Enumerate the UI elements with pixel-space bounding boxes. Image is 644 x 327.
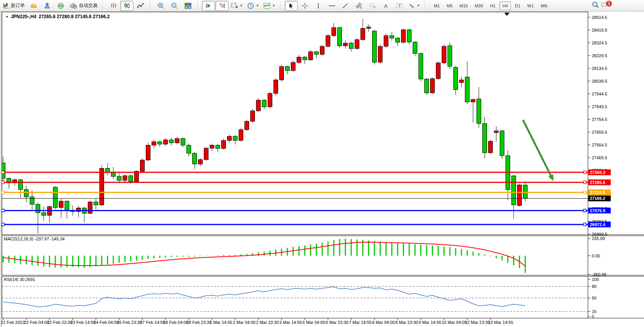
chart-collapse-icon[interactable]: ▼ [5, 15, 9, 19]
candle-body [465, 77, 470, 102]
candle-body [256, 100, 261, 111]
symbol-name: JPN225-,H4 [11, 14, 36, 19]
line-handle[interactable] [2, 181, 5, 184]
candle-body [164, 140, 168, 144]
price-tag-label: 27075.9 [590, 208, 605, 213]
time-tick-label: 26 Feb 23:30 [117, 320, 142, 325]
time-tick-label: 9 Mar 14:55 [419, 320, 441, 325]
time-tick-label: 24 Feb 04:00 [94, 320, 119, 325]
line-handle[interactable] [584, 223, 586, 226]
candle-body [384, 36, 388, 46]
rsi-line [3, 287, 525, 307]
time-tick-label: 27 Feb 14:55 [140, 320, 165, 325]
candle-body [53, 187, 58, 208]
candle-body [140, 160, 145, 171]
macd-signal-line [3, 242, 525, 266]
macd-indicator-label: MACD(12,26,9) -237.97 -145.34 [4, 237, 65, 241]
candle-body [280, 66, 284, 80]
time-tick-label: 6 Mar 04:00 [302, 320, 325, 325]
candle-body [187, 145, 191, 153]
candle-body [460, 80, 464, 83]
line-handle[interactable] [2, 223, 5, 226]
time-tick-label: 1 Mar 14:55 [210, 320, 232, 325]
candle-body [210, 145, 214, 148]
time-tick-label: 8 Mar 04:00 [372, 320, 395, 325]
price-tag-label: 27210.9 [590, 190, 605, 195]
candle-body [245, 121, 249, 130]
candle-body [436, 63, 441, 79]
price-tick-label: 27564.5 [592, 143, 607, 147]
candle-body [303, 57, 307, 60]
price-tag-label: 27285.6 [590, 180, 605, 185]
candle-body [355, 40, 359, 49]
candle-body [483, 123, 487, 153]
candle-body [332, 27, 336, 36]
time-tick-label: 7 Mar 14:55 [349, 320, 372, 325]
candle-body [413, 42, 417, 54]
candle-body [274, 80, 278, 94]
candle-body [158, 142, 162, 144]
candle-body [500, 131, 504, 156]
candle-body [314, 52, 319, 54]
candle-body [19, 180, 23, 189]
shift-marker-icon[interactable] [504, 13, 509, 16]
candle-body [390, 36, 394, 38]
candle-body [285, 66, 290, 70]
candle-body [193, 153, 197, 164]
candle-body [36, 204, 40, 213]
time-tick-label: 28 Feb 23:30 [186, 320, 212, 325]
time-tick-label: 22 Feb 04:00 [24, 320, 49, 325]
candle-body [291, 63, 296, 71]
candle-body [448, 46, 452, 66]
candle-body [372, 31, 377, 62]
candle-body [494, 131, 499, 133]
candle-body [94, 202, 98, 205]
candle-body [129, 176, 133, 182]
price-tick-label: 28229.5 [592, 53, 607, 58]
candle-body [111, 172, 116, 176]
macd-axis-label: 235.09 [592, 236, 605, 241]
macd-axis-label: -260.49 [592, 272, 606, 277]
candle-body [425, 79, 429, 93]
line-handle[interactable] [2, 191, 5, 194]
candle-body [489, 141, 493, 153]
candle-body [146, 145, 150, 160]
candle-body [24, 189, 29, 197]
price-tick-label: 28514.5 [592, 15, 607, 20]
price-tick-label: 27849.5 [592, 104, 607, 109]
chart-svg[interactable]: 28514.528419.528324.528229.528134.528039… [0, 0, 644, 327]
line-handle[interactable] [584, 191, 586, 194]
candle-body [367, 27, 371, 28]
line-handle[interactable] [2, 171, 5, 174]
price-tick-label: 27659.5 [592, 130, 607, 135]
time-tick-label: 21 Feb 2023 [1, 320, 25, 325]
candle-body [117, 176, 121, 180]
candle-body [59, 201, 63, 208]
candle-body [239, 129, 243, 140]
time-tick-label: 2 Mar 23:30 [256, 320, 279, 325]
candle-body [396, 38, 400, 42]
price-tick-label: 27754.5 [592, 117, 607, 122]
candle-body [88, 202, 92, 213]
rsi-indicator-label: RSI(14) 30.2691 [4, 277, 35, 282]
candle-body [309, 52, 313, 60]
rsi-axis-label: 80 [592, 284, 596, 289]
price-tag-label: 27166.2 [590, 196, 605, 201]
pane-border [2, 276, 588, 318]
candle-body [518, 185, 522, 206]
line-handle[interactable] [584, 181, 586, 184]
line-handle[interactable] [2, 209, 5, 212]
candle-body [338, 27, 342, 46]
candle-body [471, 99, 475, 102]
macd-pane[interactable] [3, 238, 525, 273]
candle-body [204, 148, 208, 160]
candle-body [65, 201, 69, 211]
price-tick-label: 28324.5 [592, 41, 607, 45]
line-handle[interactable] [584, 209, 586, 212]
rsi-pane[interactable] [2, 286, 588, 312]
line-handle[interactable] [584, 171, 586, 174]
candle-body [262, 100, 266, 107]
trend-arrow[interactable] [523, 121, 551, 175]
price-tick-label: 28039.5 [592, 79, 607, 83]
candle-body [326, 36, 330, 46]
